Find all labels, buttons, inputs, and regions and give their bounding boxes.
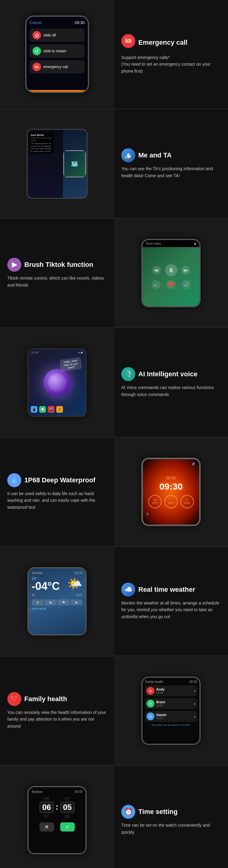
family-member-2-info: Brant 01/21	[156, 700, 165, 707]
family-chevron-3: ›	[194, 714, 196, 719]
family-footer: More data can be viewed in the APP	[145, 724, 197, 726]
section-emergency: Cancel 09:30 ⏻ slide off ↺ slide to rest…	[0, 0, 228, 109]
family-avatar-2: B	[146, 700, 154, 708]
waterproof-time-display: 09:30	[159, 482, 183, 492]
family-member-2: B Brant 01/21 ›	[145, 698, 197, 709]
meta-title-text: Me and TA	[138, 151, 172, 159]
sos-cancel-btn[interactable]: Cancel	[29, 20, 41, 25]
tiktok-prev-btn[interactable]: ⏮	[152, 266, 161, 274]
emergency-title: 🆘 Emergency call	[121, 34, 221, 51]
ai-icon-badge: 🎙️	[121, 367, 135, 381]
ai-phone-time: 17:29	[31, 351, 38, 354]
sos-watch-screen: Cancel 09:30 ⏻ slide off ↺ slide to rest…	[26, 17, 88, 92]
mins-before: 07	[65, 796, 70, 801]
tiktok-watch-screen: Short video ... ◉ ⏮ ⏸ ⏭ 🔉 ❤️ 🔊	[143, 240, 199, 306]
tiktok-icon-badge: ▶	[7, 258, 21, 272]
ring-2: 🩸SpO2	[164, 495, 178, 508]
hours-before: 05	[44, 796, 49, 801]
timesetting-header-right: 09:30	[75, 790, 82, 794]
weather-header-right: 09:30	[75, 571, 82, 575]
timesetting-header-left: Bedtime	[32, 790, 43, 794]
power-icon: ⏻	[32, 31, 41, 39]
family-title: ❤️ Family health	[7, 692, 107, 706]
weather-watch-mockup: Weather 09:30 24° -04°C 🌤️ 90 15% ☀️	[27, 567, 87, 636]
family-member-3: D Daniel 01/27 ›	[145, 711, 197, 722]
waterproof-icon-badge: 💧	[7, 473, 21, 487]
app-icon-3: 📷	[48, 406, 54, 413]
weather-header-left: Weather	[32, 571, 43, 575]
timesetting-watch-mockup: Bedtime 09:30 05 06 07 : 07	[27, 786, 87, 854]
tiktok-header-left: Short video ...	[146, 242, 165, 245]
weather-title: ☁️ Real time weather	[121, 583, 221, 597]
section-weather: Weather 09:30 24° -04°C 🌤️ 90 15% ☀️	[0, 547, 228, 656]
section-meta: Dear BOSS 600M: have you oo minut-es ago…	[0, 110, 228, 218]
ai-title: 🎙️ AI Intelligent voice	[121, 367, 221, 381]
ai-phone-status-bar: 17:29 ● ◼	[28, 349, 86, 356]
emergency-text-cell: 🆘 Emergency call Support emergency calls…	[114, 0, 228, 108]
tiktok-controls: ⏮ ⏸ ⏭ 🔉 ❤️ 🔊	[143, 247, 199, 306]
sos-watch-header: Cancel 09:30	[29, 20, 85, 25]
mins-selected: 05	[60, 802, 75, 813]
timesetting-confirm-btn[interactable]: ✓	[60, 823, 75, 832]
app-icon-2: 💬	[39, 406, 46, 413]
ai-phone-screen: 17:29 ● ◼ Hello, what help do you need? …	[28, 349, 86, 416]
tiktok-title: ▶ Brush Tiktok function	[7, 258, 107, 272]
tiktok-vol-up-btn[interactable]: 🔊	[182, 280, 191, 289]
family-name-3: Daniel	[156, 713, 166, 717]
weather-bar-1: ☀️	[32, 599, 44, 606]
ai-phone-image: 17:29 ● ◼ Hello, what help do you need? …	[0, 328, 114, 437]
emergency-label: emergency call	[44, 65, 68, 69]
meta-title: 🏔️ Me and TA	[121, 148, 221, 162]
hours-after: 07	[44, 814, 49, 819]
sos-badge: 🆘	[121, 34, 135, 48]
timesetting-cancel-btn[interactable]: ✕	[39, 823, 54, 832]
timesetting-icon-badge: ⏰	[121, 805, 135, 819]
family-name-1: Andy	[156, 687, 165, 691]
section-tiktok: ▶ Brush Tiktok function Tiktok remote co…	[0, 219, 228, 328]
meta-message-box: Dear BOSS 600M: have you oo minut-es ago…	[29, 132, 54, 154]
tiktok-heart-btn[interactable]: ❤️	[167, 280, 176, 289]
meta-location: 📍 Longgang District, Shenzhen City, Guan…	[31, 142, 52, 153]
meta-icon-badge: 🏔️	[121, 148, 135, 162]
tiktok-watch-header: Short video ... ◉	[143, 240, 199, 247]
meta-watch-small: 🗺️	[63, 150, 86, 178]
meta-watch-face: 🗺️	[64, 151, 85, 177]
tiktok-bottom-controls: 🔉 ❤️ 🔊	[151, 280, 191, 289]
timesetting-title: ⏰ Time setting	[121, 805, 221, 819]
tiktok-vol-down-btn[interactable]: 🔉	[151, 280, 161, 289]
emergency-watch-image: Cancel 09:30 ⏻ slide off ↺ slide to rest…	[0, 0, 114, 108]
section-timesetting: Bedtime 09:30 05 06 07 : 07	[0, 766, 228, 868]
waterproof-text-cell: 💧 1P68 Deep Waterproof It can be used sa…	[0, 438, 114, 546]
weather-low: 90	[32, 594, 35, 597]
family-icon-badge: ❤️	[7, 692, 21, 706]
timesetting-mins-col: 07 05 06	[60, 796, 75, 819]
section-family: ❤️ Family health You can remotely view t…	[0, 656, 228, 765]
weather-desc: Monitor the weather at all times, arrang…	[121, 600, 221, 620]
family-watch-screen: Family health 09:30 A Andy 01/21 › B Bra…	[143, 678, 199, 744]
weather-watch-image: Weather 09:30 24° -04°C 🌤️ 90 15% ☀️	[0, 547, 114, 656]
waterproof-title: 💧 1P68 Deep Waterproof	[7, 473, 107, 487]
family-text-cell: ❤️ Family health You can remotely view t…	[0, 656, 114, 765]
timesetting-title-text: Time setting	[138, 808, 177, 816]
timesetting-watch-screen: Bedtime 09:30 05 06 07 : 07	[29, 787, 85, 853]
weather-main-row: 24° -04°C 🌤️	[32, 577, 82, 592]
ai-desc: AI Voice commands can realize various fu…	[121, 384, 221, 398]
ai-title-text: AI Intelligent voice	[138, 370, 197, 378]
timesetting-actions: ✕ ✓	[32, 823, 82, 832]
tiktok-play-btn[interactable]: ⏸	[165, 264, 177, 276]
sos-restart-btn[interactable]: ↺ slide to restart	[29, 44, 85, 58]
family-chevron-1: ›	[194, 688, 196, 693]
family-desc: You can remotely view the health informa…	[7, 709, 107, 730]
waterproof-title-text: 1P68 Deep Waterproof	[24, 476, 95, 484]
tiktok-next-btn[interactable]: ⏭	[181, 266, 190, 274]
siri-orb	[44, 369, 71, 396]
sos-slideoff-btn[interactable]: ⏻ slide off	[29, 29, 85, 42]
family-header-right: 09:30	[190, 680, 197, 684]
sos-emergency-btn[interactable]: 🆘 emergency call	[29, 60, 85, 73]
siri-orb-glow	[48, 374, 66, 392]
timesetting-watch-image: Bedtime 09:30 05 06 07 : 07	[0, 766, 114, 868]
waterproof-watch-mockup: 09:30 09:30 ❤️BPM 🩸SpO2 🏃Steps	[141, 458, 201, 526]
family-date-3: 01/27	[156, 717, 166, 720]
mins-after: 06	[65, 814, 70, 819]
meta-watch-area: 🗺️	[63, 130, 87, 198]
